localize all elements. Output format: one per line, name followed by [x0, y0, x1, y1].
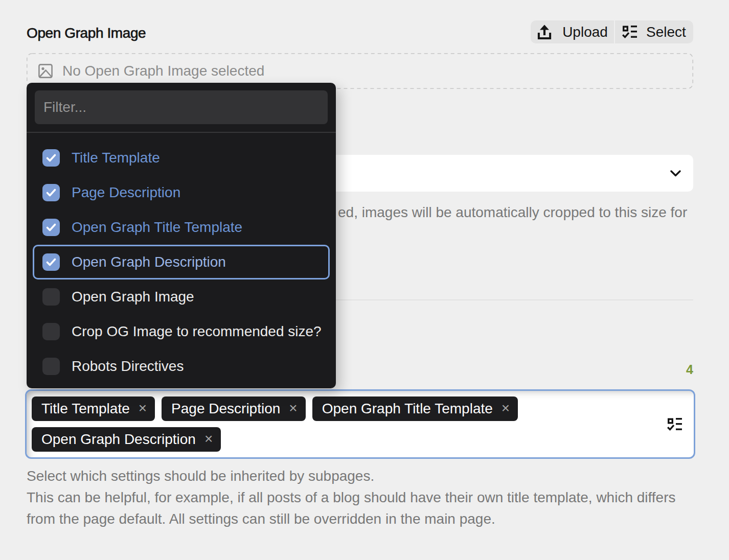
option-label: Crop OG Image to recommended size? [72, 323, 322, 340]
select-button-label: Select [646, 24, 686, 40]
checkbox-icon[interactable] [42, 288, 60, 306]
checkbox-icon[interactable] [42, 184, 60, 201]
filter-input[interactable] [35, 99, 328, 115]
checkbox-icon[interactable] [42, 323, 60, 340]
checklist-icon [622, 25, 637, 39]
option-label: Robots Directives [72, 358, 184, 375]
select-button[interactable]: Select [615, 20, 693, 43]
tag-open-graph-title-template[interactable]: Open Graph Title Template × [312, 396, 518, 421]
option-label: Open Graph Description [72, 254, 226, 270]
remove-tag-icon[interactable]: × [289, 401, 297, 415]
option-label: Page Description [72, 184, 180, 201]
tag-open-graph-description[interactable]: Open Graph Description × [32, 427, 221, 452]
option-open-graph-title-template[interactable]: Open Graph Title Template [33, 210, 330, 245]
option-title-template[interactable]: Title Template [33, 141, 330, 175]
inherit-help-line-1: Select which settings should be inherite… [27, 465, 374, 487]
tag-label: Open Graph Description [41, 431, 196, 448]
selected-count-badge: 4 [686, 363, 693, 376]
remove-tag-icon[interactable]: × [204, 432, 213, 446]
upload-icon [537, 25, 552, 40]
option-open-graph-image[interactable]: Open Graph Image [33, 279, 330, 314]
tag-label: Page Description [171, 401, 280, 417]
remove-tag-icon[interactable]: × [139, 401, 147, 415]
tag-label: Title Template [41, 401, 130, 417]
option-label: Open Graph Title Template [72, 219, 242, 236]
inherit-help-paragraph: This can be helpful, for example, if all… [27, 487, 676, 530]
checklist-icon[interactable] [667, 417, 682, 431]
option-page-description[interactable]: Page Description [33, 175, 330, 210]
checkbox-icon[interactable] [42, 253, 60, 271]
options-list: Title Template Page Description Open Gra… [27, 133, 336, 384]
size-help-text: ed, images will be automatically cropped… [338, 205, 687, 219]
option-label: Open Graph Image [72, 289, 194, 305]
field-label-open-graph-image: Open Graph Image [27, 26, 146, 40]
checkbox-icon[interactable] [42, 219, 60, 236]
inherit-tags-input[interactable]: Title Template × Page Description × Open… [25, 389, 695, 459]
files-button-group: Upload Select [531, 20, 693, 43]
option-label: Title Template [72, 150, 160, 166]
checkbox-icon[interactable] [42, 358, 60, 375]
option-crop-og-image[interactable]: Crop OG Image to recommended size? [33, 314, 330, 349]
chevron-down-icon [670, 170, 681, 177]
remove-tag-icon[interactable]: × [502, 401, 510, 415]
upload-button-label: Upload [562, 24, 608, 40]
filter-box [35, 90, 328, 124]
checkbox-icon[interactable] [42, 149, 60, 167]
option-robots-directives[interactable]: Robots Directives [33, 349, 330, 384]
tag-label: Open Graph Title Template [322, 401, 493, 417]
inherit-options-dropdown: Title Template Page Description Open Gra… [27, 83, 336, 388]
upload-button[interactable]: Upload [531, 20, 614, 43]
option-open-graph-description[interactable]: Open Graph Description [33, 245, 330, 279]
tag-title-template[interactable]: Title Template × [32, 396, 155, 421]
tag-page-description[interactable]: Page Description × [162, 396, 306, 421]
page: { "colors": { "page_background": "#efefe… [0, 0, 729, 560]
